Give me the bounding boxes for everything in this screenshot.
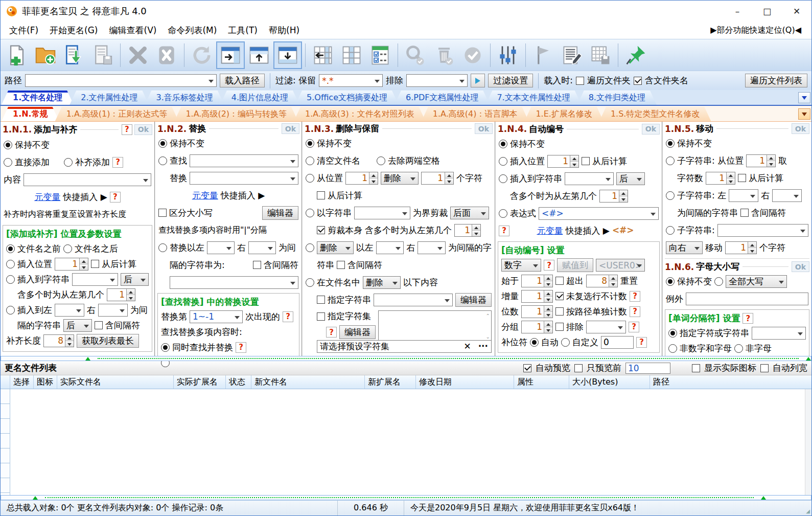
help-button[interactable]: ? bbox=[236, 342, 246, 353]
help-button[interactable]: ? bbox=[326, 327, 337, 338]
substring-sep-radio[interactable] bbox=[666, 191, 675, 200]
insert-between-radio[interactable] bbox=[6, 306, 15, 315]
substring-pos-radio[interactable] bbox=[666, 156, 675, 165]
non-alnum-radio[interactable] bbox=[668, 344, 677, 353]
col-icon[interactable]: 图标 bbox=[34, 375, 57, 389]
charset-textarea[interactable]: ⌃⌄ bbox=[378, 310, 492, 342]
file-table-body[interactable] bbox=[1, 389, 811, 495]
subtab-compare-list[interactable]: 1.A.高级(3)：文件名对照列表 bbox=[294, 107, 426, 121]
digits-spinner[interactable]: 1 bbox=[521, 305, 553, 318]
col-new-name[interactable]: 新文件名 bbox=[251, 375, 365, 389]
delete-mode-combo2[interactable]: 删除 bbox=[317, 241, 354, 254]
subtab-specific-type[interactable]: 1.S.特定类型文件名修改 bbox=[599, 107, 711, 121]
apply-filter-button[interactable] bbox=[471, 74, 485, 87]
col-path[interactable]: 路径 bbox=[650, 375, 811, 389]
filter-combo[interactable]: *.* bbox=[319, 74, 383, 87]
start-spinner[interactable]: 1 bbox=[521, 275, 553, 287]
include-folder-name-checkbox[interactable] bbox=[634, 77, 642, 85]
spec-charset-checkbox[interactable] bbox=[317, 312, 325, 321]
before-after-combo[interactable]: 后 bbox=[121, 273, 149, 286]
tab-office-summary[interactable]: 5.Office文档摘要处理 bbox=[295, 91, 399, 105]
subtab-normal[interactable]: 1.N.常规 bbox=[2, 107, 59, 121]
include-sep-checkbox[interactable] bbox=[253, 261, 261, 269]
traverse-file-list-button[interactable]: 遍历文件列表 bbox=[745, 74, 807, 87]
refresh-icon[interactable] bbox=[188, 41, 216, 69]
clear-name-radio[interactable] bbox=[306, 156, 314, 165]
subtab-regex[interactable]: 1.A.高级(1)：正则表达式等 bbox=[55, 107, 179, 121]
custom-pad-radio[interactable] bbox=[561, 338, 570, 347]
menu-file[interactable]: 文件(F) bbox=[4, 23, 44, 38]
exception-input[interactable] bbox=[686, 293, 808, 305]
help-button[interactable]: ? bbox=[544, 260, 554, 271]
list-status-splitter[interactable] bbox=[1, 495, 811, 500]
spec-string-combo[interactable] bbox=[374, 294, 453, 306]
trim-radio[interactable] bbox=[377, 156, 385, 165]
ok-button[interactable]: Ok bbox=[792, 123, 809, 134]
left-sep-combo[interactable] bbox=[55, 304, 84, 317]
tab-music-tags[interactable]: 3.音乐标签处理 bbox=[145, 91, 224, 105]
auto-preview-checkbox[interactable] bbox=[523, 364, 531, 372]
delete-check-icon[interactable] bbox=[430, 41, 458, 69]
keep-unchanged-radio[interactable] bbox=[4, 141, 12, 149]
increment-spinner[interactable]: 1 bbox=[521, 290, 553, 303]
subtab-extension[interactable]: 1.E.扩展名修改 bbox=[524, 107, 603, 121]
exclude-checkbox[interactable] bbox=[555, 323, 564, 331]
count-spinner[interactable]: 1 bbox=[421, 172, 454, 185]
include-sep-checkbox[interactable] bbox=[337, 261, 345, 269]
substring-combo[interactable] bbox=[717, 224, 808, 237]
meta-var-link[interactable]: 元变量 bbox=[192, 190, 218, 201]
after-name-radio[interactable] bbox=[63, 244, 72, 253]
help-button[interactable]: ? bbox=[630, 291, 640, 302]
preset-charset-combo[interactable]: 请选择预设字符集✕··· bbox=[317, 340, 492, 353]
show-real-icons-checkbox[interactable] bbox=[692, 364, 700, 372]
col-status[interactable]: 状态 bbox=[226, 375, 251, 389]
delete-mode-combo3[interactable]: 删除 bbox=[363, 276, 401, 289]
delete-mode-combo[interactable]: 删除 bbox=[381, 172, 419, 185]
ok-button[interactable]: Ok bbox=[134, 124, 152, 135]
path-combo[interactable] bbox=[25, 74, 217, 87]
col-select[interactable]: 选择 bbox=[10, 375, 34, 389]
right-sep-combo[interactable] bbox=[248, 241, 276, 254]
multi-index-spinner[interactable]: 1 bbox=[454, 224, 481, 237]
help-button[interactable]: ? bbox=[122, 124, 132, 135]
help-button[interactable]: ? bbox=[283, 311, 293, 322]
uncheck-skip-checkbox[interactable] bbox=[555, 292, 564, 300]
preview-count-input[interactable] bbox=[625, 363, 670, 374]
find-combo[interactable] bbox=[190, 154, 298, 167]
tab-filename-processing[interactable]: 1.文件名处理 bbox=[2, 91, 74, 105]
load-path-button[interactable]: 载入路径 bbox=[220, 74, 265, 87]
from-end-checkbox[interactable] bbox=[91, 260, 99, 268]
pad-add-radio[interactable] bbox=[64, 158, 73, 167]
meta-var-link[interactable]: 元变量 bbox=[34, 191, 60, 203]
help-button[interactable]: ? bbox=[112, 157, 123, 168]
traverse-folders-checkbox[interactable] bbox=[576, 77, 584, 85]
sub-tab-overflow-button[interactable] bbox=[798, 108, 810, 120]
before-after-combo[interactable]: 后 bbox=[616, 172, 645, 185]
by-string-radio[interactable] bbox=[306, 209, 314, 217]
before-after-combo2[interactable]: 后 bbox=[63, 319, 92, 332]
spec-string-checkbox[interactable] bbox=[317, 296, 325, 304]
clear-list-icon[interactable] bbox=[152, 41, 181, 69]
ok-button[interactable]: Ok bbox=[282, 123, 299, 134]
col-modified-date[interactable]: 修改日期 bbox=[416, 375, 514, 389]
case-mode-radio[interactable] bbox=[714, 277, 723, 286]
import-list-icon[interactable] bbox=[60, 41, 88, 69]
save-list-icon[interactable] bbox=[88, 41, 117, 69]
insert-string-combo[interactable] bbox=[565, 172, 614, 185]
case-mode-combo[interactable]: 全部大写 bbox=[726, 275, 787, 288]
quick-insert-label[interactable]: 快捷插入 ▶ bbox=[221, 190, 265, 201]
right-sep-combo[interactable] bbox=[417, 241, 446, 254]
help-button[interactable]: ? bbox=[636, 337, 647, 348]
editor-button[interactable]: 编辑器 bbox=[455, 293, 492, 307]
insert-to-string-radio[interactable] bbox=[6, 275, 15, 284]
exclude-combo[interactable] bbox=[586, 321, 626, 333]
edit-records-icon[interactable] bbox=[558, 41, 586, 69]
minimize-button[interactable]: – bbox=[723, 1, 752, 22]
simultaneous-radio[interactable] bbox=[161, 343, 170, 352]
insert-string-combo[interactable] bbox=[72, 273, 118, 286]
insert-pos-spinner[interactable]: 1 bbox=[55, 258, 88, 271]
check-options-icon[interactable] bbox=[366, 41, 395, 69]
from-end-checkbox[interactable] bbox=[317, 191, 325, 199]
per-path-checkbox[interactable] bbox=[555, 307, 564, 316]
keep-unchanged-radio[interactable] bbox=[666, 139, 675, 148]
